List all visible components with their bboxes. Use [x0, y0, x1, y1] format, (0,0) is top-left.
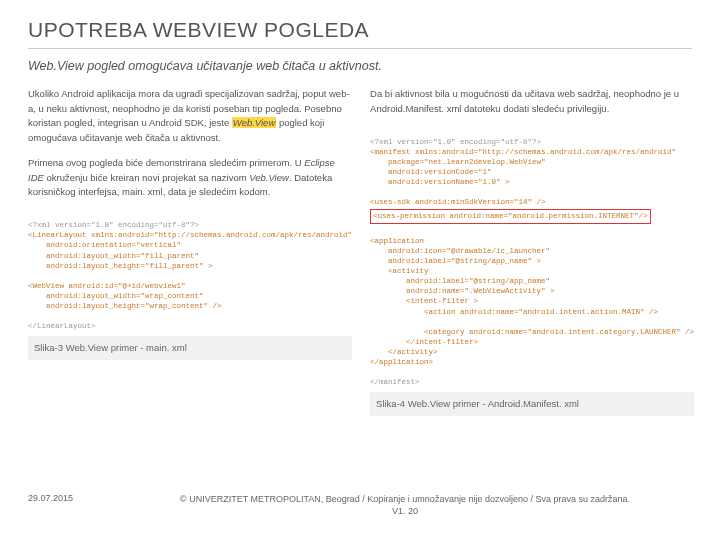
text-italic: Veb.View	[249, 172, 289, 183]
code-line: android:layout_height="fill_parent" >	[28, 262, 213, 270]
code-line: android:orientation="vertical"	[28, 241, 181, 249]
code-line: <activity	[370, 267, 429, 275]
left-para-2: Primena ovog pogleda biće demonstrirana …	[28, 156, 352, 200]
code-line: android:layout_width="wrap_content"	[28, 292, 204, 300]
left-para-1: Ukoliko Android aplikacija mora da ugrad…	[28, 87, 352, 146]
highlight-webview: Web.View	[232, 117, 276, 128]
code-line: <WebView android:id="@+id/webview1"	[28, 282, 186, 290]
code-line: android:label="@string/app_name"	[370, 277, 550, 285]
code-line: </activity>	[370, 348, 438, 356]
right-column: Da bi aktivnost bila u mogućnosti da uči…	[370, 87, 694, 416]
code-line: <action android:name="android.intent.act…	[370, 308, 658, 316]
code-line: </application>	[370, 358, 433, 366]
code-block-left: <?xml version="1.0" encoding="utf-8"?> <…	[28, 210, 352, 332]
text: Primena ovog pogleda biće demonstrirana …	[28, 157, 304, 168]
code-line: <uses-sdk android:minSdkVersion="14" />	[370, 198, 546, 206]
caption-right: Slika-4 Web.View primer - Android.Manife…	[370, 392, 694, 417]
code-line: android:name=".WebViewActivity" >	[370, 287, 555, 295]
code-line: <category android:name="android.intent.c…	[370, 328, 694, 336]
page-title: UPOTREBA WEBVIEW POGLEDA	[28, 18, 692, 42]
footer-copyright: © UNIVERZITET METROPOLITAN, Beograd / Ko…	[118, 493, 692, 518]
code-line: <LinearLayout xmlns:android="http://sche…	[28, 231, 352, 239]
caption-left: Slika-3 Web.View primer - main. xml	[28, 336, 352, 361]
left-column: Ukoliko Android aplikacija mora da ugrad…	[28, 87, 352, 416]
code-line: <application	[370, 237, 424, 245]
code-line: </manifest>	[370, 378, 420, 386]
code-line: </intent-filter>	[370, 338, 478, 346]
right-para-1: Da bi aktivnost bila u mogućnosti da uči…	[370, 87, 694, 116]
code-line: android:label="@string/app_name" >	[370, 257, 541, 265]
footer-date: 29.07.2015	[28, 493, 118, 518]
subtitle: Web.View pogled omogućava učitavanje web…	[28, 59, 692, 73]
text: © UNIVERZITET METROPOLITAN, Beograd / Ko…	[180, 494, 630, 504]
code-line: android:versionName="1.0" >	[370, 178, 510, 186]
footer: 29.07.2015 © UNIVERZITET METROPOLITAN, B…	[28, 493, 692, 518]
code-line: android:icon="@drawable/ic_launcher"	[370, 247, 550, 255]
code-line: <?xml version="1.0" encoding="utf-8"?>	[28, 221, 199, 229]
code-block-right: <?xml version="1.0" encoding="utf-8"?> <…	[370, 126, 694, 387]
code-line: android:layout_height="wrap_content" />	[28, 302, 222, 310]
code-line: <intent-filter >	[370, 297, 478, 305]
footer-version: V1. 20	[392, 506, 418, 516]
code-line: <?xml version="1.0" encoding="utf-8"?>	[370, 138, 541, 146]
columns: Ukoliko Android aplikacija mora da ugrad…	[28, 87, 692, 416]
code-line: <manifest xmlns:android="http://schemas.…	[370, 148, 676, 156]
text: okruženju biće kreiran novi projekat sa …	[44, 172, 249, 183]
code-line: package="net.learn2develop.WebView"	[370, 158, 546, 166]
code-line: android:layout_width="fill_parent"	[28, 252, 199, 260]
code-line: android:versionCode="1"	[370, 168, 492, 176]
code-line: </LinearLayout>	[28, 322, 96, 330]
code-line-highlighted: <uses-permission android:name="android.p…	[370, 209, 651, 223]
divider	[28, 48, 692, 49]
